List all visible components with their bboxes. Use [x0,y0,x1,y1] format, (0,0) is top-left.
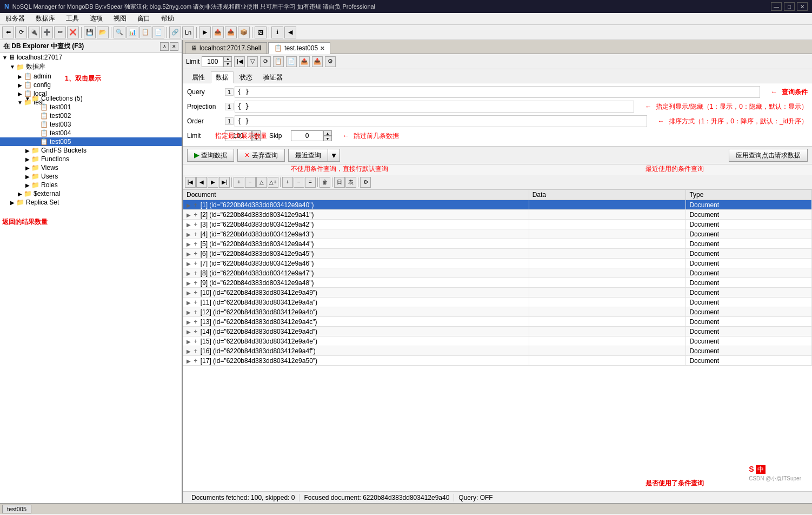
panel-close-btn[interactable]: ✕ [170,42,178,51]
tree-item-external[interactable]: ▶ 📁 $external [0,189,182,198]
grid-btn-add[interactable]: + [234,177,244,188]
menu-window[interactable]: 窗口 [134,13,154,24]
tree-item-config[interactable]: ▶ 📋 config [0,81,182,89]
tab-properties[interactable]: 属性 [187,71,210,83]
table-row[interactable]: ▶ + [11] (id="6220b84d383dd803412e9a4a")… [183,298,812,307]
tab-test005[interactable]: 📋 test.test005 ✕ [268,42,330,54]
expand-test[interactable]: ▼ [16,100,24,105]
tb-btn-7[interactable]: 💾 [84,27,96,38]
q-export-btn[interactable]: 📤 [299,56,310,67]
tree-item-localhost[interactable]: ▼ 🖥 localhost:27017 [0,53,182,62]
table-row[interactable]: ▶ + [3] (id="6220b84d383dd803412e9a42") … [183,220,812,229]
q-copy-btn[interactable]: 📋 [273,56,284,67]
tb-btn-17[interactable]: 📥 [225,27,237,38]
recent-query-btn[interactable]: 最近查询 [288,149,328,162]
row-expand-icon[interactable]: ▶ [187,261,191,267]
expand-replicaset[interactable]: ▶ [9,200,16,206]
row-expand-icon[interactable]: ▶ [187,339,191,345]
row-expand-icon[interactable]: ▶ [187,319,191,325]
tree-item-gridfs[interactable]: ▶ 📁 GridFS Buckets [0,146,182,155]
tab-close-btn[interactable]: ✕ [320,45,324,51]
row-expand-icon[interactable]: ▶ [187,251,191,257]
menu-server[interactable]: 服务器 [2,13,28,24]
apply-query-btn[interactable]: 应用查询点击请求数据 [729,149,808,162]
tb-btn-20[interactable]: ℹ [271,27,283,38]
table-row[interactable]: ▶ + [5] (id="6220b84d383dd803412e9a44") … [183,239,812,249]
tree-item-views[interactable]: ▶ 📁 Views [0,163,182,172]
tab-shell[interactable]: 🖥 localhost:27017.Shell [185,42,267,54]
form-skip-down[interactable]: ▼ [323,136,332,141]
query-data-btn[interactable]: ▶ 查询数据 [187,149,234,162]
table-row[interactable]: ▶ + [9] (id="6220b84d383dd803412e9a48") … [183,278,812,288]
expand-local[interactable]: ▶ [16,91,24,97]
q-refresh-btn[interactable]: ⟳ [260,56,271,67]
tree-item-test004[interactable]: ▶ 📋 test004 [0,129,182,137]
grid-btn-last[interactable]: ▶| [219,177,230,188]
tree-item-admin[interactable]: ▶ 📋 admin [0,72,182,81]
expand-databases[interactable]: ▼ [9,64,16,70]
row-expand-icon[interactable]: ▶ [187,280,191,286]
form-limit-input[interactable] [225,130,252,141]
q-first-btn[interactable]: |◀ [234,56,245,67]
grid-btn-remove[interactable]: − [245,177,256,188]
tb-btn-15[interactable]: ▶ [199,27,211,38]
row-expand-icon[interactable]: ▶ [187,202,191,208]
tree-item-databases[interactable]: ▼ 📁 数据库 [0,62,182,72]
tb-btn-2[interactable]: ⟳ [15,27,27,38]
expand-external[interactable]: ▶ [16,191,24,197]
tb-btn-9[interactable]: 🔍 [114,27,125,38]
grid-btn-edit[interactable]: △ [256,177,267,188]
tree-item-test002[interactable]: ▶ 📋 test002 [0,111,182,120]
recent-query-dropdown[interactable]: ▼ [328,149,340,162]
table-row[interactable]: ▶ + [4] (id="6220b84d383dd803412e9a43") … [183,229,812,239]
q-settings-btn[interactable]: ⚙ [325,56,336,67]
row-expand-icon[interactable]: ▶ [187,270,191,276]
table-row[interactable]: ▶ + [8] (id="6220b84d383dd803412e9a47") … [183,268,812,278]
table-row[interactable]: ▶ + [16] (id="6220b84d383dd803412e9a4f")… [183,346,812,356]
grid-btn-cal[interactable]: 🗑 [320,177,330,188]
table-row[interactable]: ▶ + [1] (id="6220b84d383dd803412e9a40") … [183,200,812,210]
table-row[interactable]: ▶ + [13] (id="6220b84d383dd803412e9a4c")… [183,317,812,327]
table-row[interactable]: ▶ + [2] (id="6220b84d383dd803412e9a41") … [183,210,812,220]
row-expand-icon[interactable]: ▶ [187,348,191,354]
panel-up-btn[interactable]: ∧ [160,42,169,51]
form-limit-down[interactable]: ▼ [252,136,261,141]
tab-status[interactable]: 状态 [235,71,257,83]
row-expand-icon[interactable]: ▶ [187,329,191,335]
row-expand-icon[interactable]: ▶ [187,300,191,306]
expand-admin[interactable]: ▶ [16,74,24,80]
form-limit-up[interactable]: ▲ [252,130,261,136]
tree-item-roles[interactable]: ▶ 📁 Roles [0,181,182,189]
row-expand-icon[interactable]: ▶ [187,222,191,228]
table-row[interactable]: ▶ + [17] (id="6220b84d383dd803412e9a50")… [183,356,812,366]
form-skip-input[interactable] [291,130,323,141]
tb-btn-12[interactable]: 📄 [152,27,164,38]
menu-options[interactable]: 选项 [86,13,106,24]
tb-btn-18[interactable]: 📦 [238,27,250,38]
grid-btn-day[interactable]: 日 [334,177,345,188]
tree-item-test005[interactable]: ▶ 📋 test005 [0,137,182,146]
grid-btn-prev[interactable]: ◀ [196,177,207,188]
cancel-query-btn[interactable]: ✕ 丢弃查询 [237,149,285,162]
expand-functions[interactable]: ▶ [24,156,31,162]
table-row[interactable]: ▶ + [12] (id="6220b84d383dd803412e9a4b")… [183,307,812,317]
order-input[interactable] [235,115,647,127]
expand-config[interactable]: ▶ [16,82,24,88]
tb-btn-13[interactable]: 🔗 [169,27,181,38]
tb-btn-4[interactable]: ➕ [41,27,53,38]
grid-btn-play[interactable]: ▶ [208,177,218,188]
tree-item-test003[interactable]: ▶ 📋 test003 [0,120,182,129]
table-row[interactable]: ▶ + [10] (id="6220b84d383dd803412e9a49")… [183,288,812,298]
grid-btn-gear[interactable]: ⚙ [360,177,371,188]
q-import-btn[interactable]: 📥 [312,56,323,67]
tb-btn-19[interactable]: 🖼 [255,27,267,38]
menu-view[interactable]: 视图 [110,13,130,24]
table-row[interactable]: ▶ + [6] (id="6220b84d383dd803412e9a45") … [183,249,812,259]
tree-item-replicaset[interactable]: ▶ 📁 Replica Set [0,198,182,207]
menu-help[interactable]: 帮助 [158,13,177,24]
expand-users[interactable]: ▶ [24,174,31,180]
row-expand-icon[interactable]: ▶ [187,358,191,364]
tb-btn-5[interactable]: ✏ [54,27,66,38]
expand-gridfs[interactable]: ▶ [24,148,31,154]
limit-up-btn[interactable]: ▲ [223,56,232,62]
